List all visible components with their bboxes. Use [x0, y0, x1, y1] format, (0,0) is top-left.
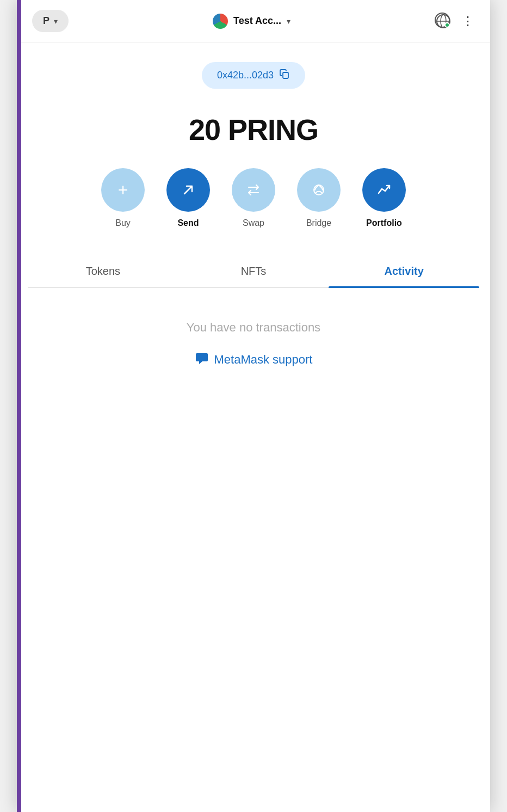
tab-nfts[interactable]: NFTs [178, 255, 329, 287]
svg-rect-3 [283, 72, 288, 78]
send-circle [166, 168, 210, 212]
portfolio-action[interactable]: Portfolio [362, 168, 406, 228]
buy-icon: + [118, 181, 128, 199]
send-label: Send [177, 218, 199, 228]
swap-label: Swap [243, 218, 264, 228]
address-pill[interactable]: 0x42b...02d3 [202, 62, 305, 89]
portfolio-label: Portfolio [366, 218, 402, 228]
metamask-support-link[interactable]: MetaMask support [195, 351, 313, 368]
tabs-row: Tokens NFTs Activity [28, 255, 479, 288]
balance-amount: 20 PRING [189, 113, 318, 146]
send-icon [179, 181, 197, 199]
no-transactions-text: You have no transactions [187, 321, 320, 335]
navbar-right: ⋮ [435, 13, 475, 30]
tab-tokens[interactable]: Tokens [28, 255, 178, 287]
portfolio-icon [374, 180, 394, 200]
profile-pill[interactable]: P ▾ [32, 10, 69, 32]
swap-icon [244, 181, 263, 199]
network-globe-button[interactable] [435, 13, 452, 30]
phone-container: P ▾ Test Acc... ▾ ⋮ [17, 0, 490, 812]
portfolio-circle [362, 168, 406, 212]
copy-address-icon [279, 69, 290, 82]
profile-initial: P [43, 15, 50, 27]
globe-circle-icon [435, 13, 450, 28]
navbar-left: P ▾ [32, 10, 69, 32]
address-section: 0x42b...02d3 [17, 42, 490, 100]
bridge-label: Bridge [306, 218, 331, 228]
account-chevron-icon: ▾ [287, 17, 290, 26]
tab-activity[interactable]: Activity [329, 255, 479, 287]
buy-action[interactable]: + Buy [101, 168, 145, 228]
account-selector[interactable]: Test Acc... ▾ [213, 14, 290, 29]
swap-action[interactable]: Swap [232, 168, 275, 228]
account-name: Test Acc... [233, 15, 281, 27]
left-accent-bar [17, 0, 21, 812]
profile-chevron-icon: ▾ [54, 17, 58, 26]
support-text: MetaMask support [214, 353, 313, 367]
content-area: You have no transactions MetaMask suppor… [17, 288, 490, 401]
send-action[interactable]: Send [166, 168, 210, 228]
bridge-icon [310, 181, 328, 199]
support-chat-icon [195, 351, 209, 368]
buy-circle: + [101, 168, 145, 212]
network-status-dot [444, 22, 450, 28]
bridge-action[interactable]: Bridge [297, 168, 341, 228]
bridge-circle [297, 168, 341, 212]
balance-section: 20 PRING [17, 100, 490, 168]
buy-label: Buy [115, 218, 131, 228]
navbar: P ▾ Test Acc... ▾ ⋮ [17, 0, 490, 42]
address-text: 0x42b...02d3 [217, 70, 274, 81]
actions-row: + Buy Send Swap [17, 168, 490, 255]
account-avatar [213, 14, 228, 29]
swap-circle [232, 168, 275, 212]
more-options-button[interactable]: ⋮ [462, 14, 475, 28]
